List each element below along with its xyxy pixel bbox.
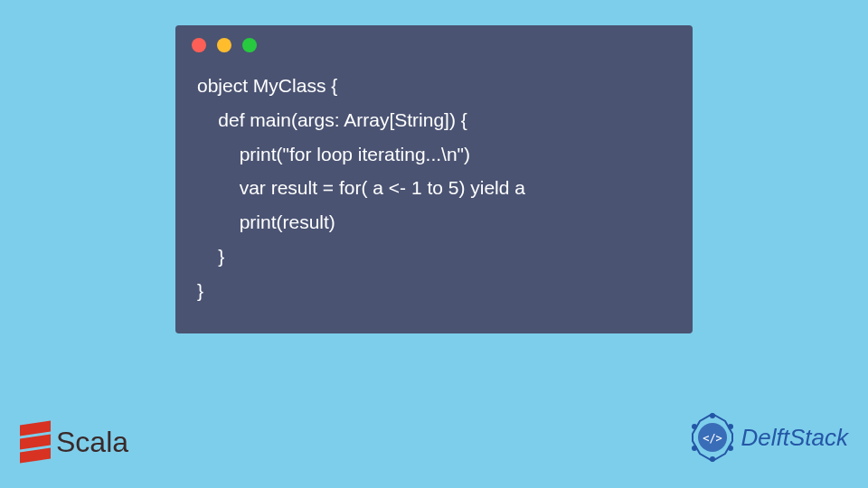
maximize-icon (242, 38, 257, 52)
scala-logo: Scala (20, 421, 128, 463)
code-line: object MyClass { (197, 69, 671, 103)
code-line: def main(args: Array[String]) { (197, 103, 671, 137)
svg-point-7 (692, 446, 697, 451)
svg-point-6 (710, 456, 715, 462)
code-line: var result = for( a <- 1 to 5) yield a (197, 171, 671, 205)
svg-point-5 (728, 446, 733, 451)
close-icon (192, 38, 206, 52)
code-block: object MyClass { def main(args: Array[St… (175, 25, 693, 333)
svg-point-4 (728, 424, 733, 429)
svg-point-8 (692, 424, 697, 429)
minimize-icon (217, 38, 231, 52)
code-line: } (197, 239, 671, 274)
window-controls (175, 25, 693, 61)
svg-text:</>: </> (703, 432, 722, 445)
svg-point-3 (710, 413, 715, 418)
delftstack-logo: </> DelftStack (687, 412, 849, 463)
delftstack-label: DelftStack (741, 424, 849, 452)
code-line: } (197, 274, 671, 308)
code-content: object MyClass { def main(args: Array[St… (175, 61, 693, 315)
code-line: print(result) (197, 205, 671, 239)
code-line: print("for loop iterating...\n") (197, 137, 671, 172)
scala-icon (20, 421, 51, 463)
delftstack-icon: </> (687, 412, 738, 463)
scala-label: Scala (56, 426, 128, 459)
